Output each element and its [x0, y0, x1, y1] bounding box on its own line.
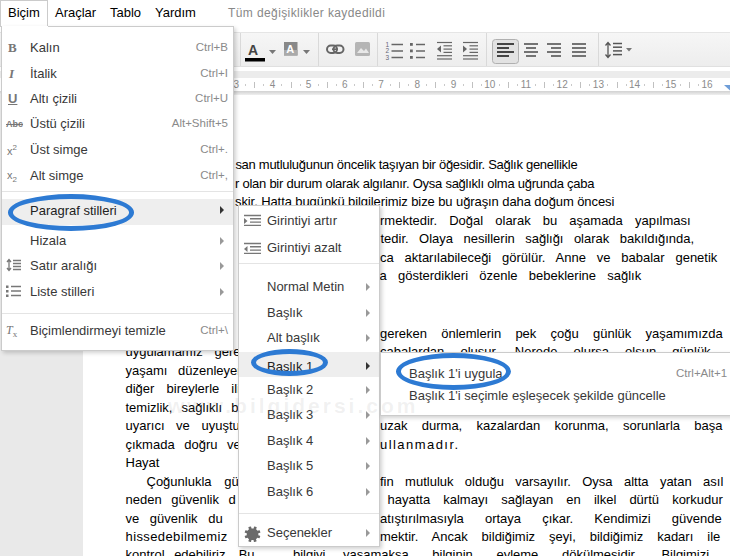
svg-text:3: 3 [386, 54, 390, 61]
svg-text:A: A [286, 43, 294, 55]
svg-text:A: A [248, 42, 258, 58]
